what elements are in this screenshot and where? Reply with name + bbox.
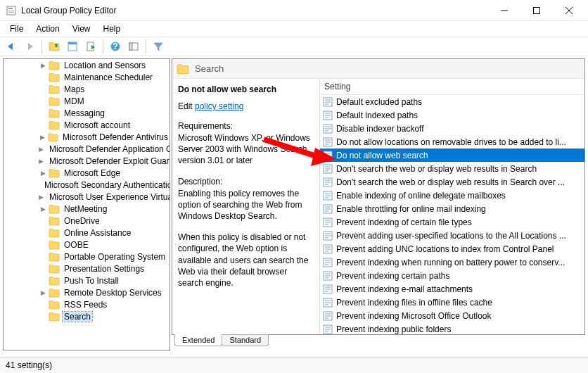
tree-item[interactable]: ▶Microsoft User Experience Virtualizatio… xyxy=(4,191,170,203)
folder-icon xyxy=(49,61,60,70)
tree-item-label: Push To Install xyxy=(63,276,120,286)
settings-list[interactable]: Setting Default excluded pathsDefault in… xyxy=(320,79,584,334)
tree-item[interactable]: OOBE xyxy=(4,239,170,251)
setting-label: Default indexed paths xyxy=(336,110,418,120)
svg-rect-6 xyxy=(8,11,14,11)
setting-icon xyxy=(323,298,333,308)
setting-row[interactable]: Prevent indexing certain paths xyxy=(320,269,584,282)
menu-file[interactable]: File xyxy=(4,23,29,35)
tree-item[interactable]: Push To Install xyxy=(4,274,170,286)
description-text-2: When this policy is disabled or not conf… xyxy=(178,232,312,289)
folder-icon xyxy=(49,216,60,226)
setting-icon xyxy=(323,191,333,201)
tree-item[interactable]: ▶Microsoft Defender Antivirus xyxy=(4,131,170,143)
setting-row[interactable]: Prevent indexing e-mail attachments xyxy=(320,282,584,296)
expand-icon[interactable]: ▶ xyxy=(39,170,47,177)
main-area: ▶Location and SensorsMaintenance Schedul… xyxy=(0,56,588,352)
export-button[interactable] xyxy=(82,38,99,55)
expand-icon[interactable]: ▶ xyxy=(39,158,44,165)
setting-label: Don't search the web or display web resu… xyxy=(336,164,537,174)
tree-item-label: Portable Operating System xyxy=(63,252,167,262)
setting-row[interactable]: Prevent adding UNC locations to index fr… xyxy=(320,242,584,255)
edit-policy-link[interactable]: policy setting xyxy=(195,101,243,111)
tree-item-label: Location and Sensors xyxy=(63,61,147,70)
expand-icon[interactable]: ▶ xyxy=(39,289,47,296)
svg-rect-9 xyxy=(534,7,540,13)
expand-icon[interactable]: ▶ xyxy=(39,206,47,213)
policy-name: Do not allow web search xyxy=(178,84,312,94)
tree-item[interactable]: OneDrive xyxy=(4,215,170,227)
tree-item[interactable]: ▶Microsoft Defender Exploit Guard xyxy=(4,155,170,167)
tab-extended[interactable]: Extended xyxy=(174,334,222,346)
tree-item[interactable]: ▶NetMeeting xyxy=(4,203,170,215)
setting-icon xyxy=(323,97,333,107)
expand-icon[interactable]: ▶ xyxy=(39,146,44,153)
folder-icon xyxy=(48,132,58,142)
setting-row[interactable]: Do not allow web search xyxy=(320,148,584,162)
forward-button[interactable] xyxy=(21,38,38,55)
setting-row[interactable]: Prevent indexing of certain file types xyxy=(320,215,584,229)
setting-row[interactable]: Disable indexer backoff xyxy=(320,122,584,135)
tree-item[interactable]: Messaging xyxy=(4,107,170,119)
setting-row[interactable]: Enable throttling for online mail indexi… xyxy=(320,202,584,215)
folder-icon xyxy=(49,72,60,82)
close-button[interactable] xyxy=(553,0,585,21)
setting-row[interactable]: Prevent indexing public folders xyxy=(320,322,584,334)
setting-label: Do not allow locations on removable driv… xyxy=(336,137,566,147)
setting-row[interactable]: Don't search the web or display web resu… xyxy=(320,162,584,175)
tree-item[interactable]: ▶Remote Desktop Services xyxy=(4,286,170,298)
tree-item[interactable]: Maintenance Scheduler xyxy=(4,71,170,83)
properties-button[interactable] xyxy=(64,38,81,55)
tree-item[interactable]: Search xyxy=(4,310,170,322)
column-header-setting[interactable]: Setting xyxy=(320,79,584,95)
minimize-button[interactable] xyxy=(488,0,520,21)
tree-item-label: OneDrive xyxy=(63,216,101,226)
tree-item[interactable]: Online Assistance xyxy=(4,227,170,239)
description-label: Description: xyxy=(178,177,312,186)
setting-row[interactable]: Default excluded paths xyxy=(320,95,584,108)
back-button[interactable] xyxy=(3,38,20,55)
tree-item-label: Microsoft Secondary Authentication Facto… xyxy=(43,180,170,190)
menu-view[interactable]: View xyxy=(67,23,96,35)
setting-row[interactable]: Default indexed paths xyxy=(320,108,584,122)
tree-item[interactable]: Microsoft account xyxy=(4,119,170,131)
setting-row[interactable]: Prevent adding user-specified locations … xyxy=(320,229,584,242)
tabs-row: ExtendedStandard xyxy=(172,334,585,350)
tree-item[interactable]: Presentation Settings xyxy=(4,263,170,274)
expand-icon[interactable]: ▶ xyxy=(39,134,46,141)
filter-button[interactable] xyxy=(150,38,167,55)
folder-icon xyxy=(49,84,60,94)
help-button[interactable]: ? xyxy=(107,38,124,55)
description-text-1: Enabling this policy removes the option … xyxy=(178,188,312,222)
tree-item-label: Online Assistance xyxy=(63,228,132,238)
tree-item[interactable]: MDM xyxy=(4,95,170,107)
tree-item[interactable]: Microsoft Secondary Authentication Facto… xyxy=(4,179,170,191)
tree-item[interactable]: ▶Microsoft Defender Application Guard xyxy=(4,143,170,155)
setting-row[interactable]: Prevent indexing when running on battery… xyxy=(320,255,584,269)
menu-help[interactable]: Help xyxy=(98,23,127,35)
requirements-text: Microsoft Windows XP, or Windows Server … xyxy=(178,132,312,167)
tree-pane[interactable]: ▶Location and SensorsMaintenance Schedul… xyxy=(3,58,170,350)
setting-label: Don't search the web or display web resu… xyxy=(336,177,565,187)
maximize-button[interactable] xyxy=(520,0,553,21)
menu-action[interactable]: Action xyxy=(30,23,65,35)
tree-item[interactable]: Portable Operating System xyxy=(4,251,170,263)
tab-standard[interactable]: Standard xyxy=(222,334,269,346)
expand-icon[interactable]: ▶ xyxy=(39,62,47,69)
tree-item[interactable]: RSS Feeds xyxy=(4,298,170,310)
show-hide-button[interactable] xyxy=(125,38,142,55)
setting-label: Prevent indexing public folders xyxy=(336,324,451,334)
setting-row[interactable]: Don't search the web or display web resu… xyxy=(320,175,584,189)
setting-row[interactable]: Prevent indexing Microsoft Office Outloo… xyxy=(320,309,584,322)
setting-row[interactable]: Prevent indexing files in offline files … xyxy=(320,296,584,309)
edit-policy-line: Edit policy setting xyxy=(178,101,312,111)
setting-row[interactable]: Do not allow locations on removable driv… xyxy=(320,135,584,148)
tree-item[interactable]: Maps xyxy=(4,83,170,95)
tree-item[interactable]: ▶Microsoft Edge xyxy=(4,167,170,179)
setting-icon xyxy=(323,151,333,160)
expand-icon[interactable]: ▶ xyxy=(39,194,44,201)
setting-row[interactable]: Enable indexing of online delegate mailb… xyxy=(320,189,584,202)
tree-item[interactable]: ▶Location and Sensors xyxy=(4,59,170,71)
tree-item-label: NetMeeting xyxy=(63,204,108,214)
up-button[interactable] xyxy=(46,38,63,55)
